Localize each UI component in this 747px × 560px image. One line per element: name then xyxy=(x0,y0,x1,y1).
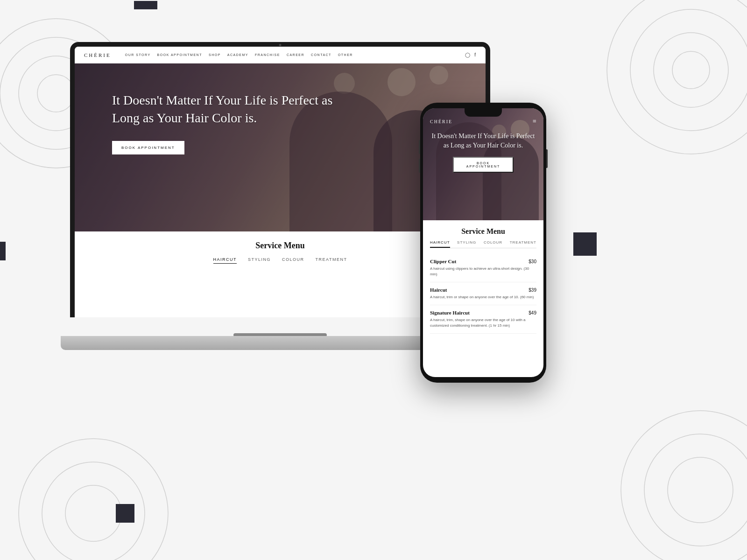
phone-screen: CHÉRIE ≡ It Doesn't Matter If Your Life … xyxy=(423,108,543,377)
phone-book-appointment-button[interactable]: BOOK APPOINTMENT xyxy=(453,157,514,173)
nav-book-appointment[interactable]: BOOK APPOINTMENT xyxy=(157,53,202,56)
service-item-desc: A haircut, trim or shape on anyone over … xyxy=(430,294,536,300)
nav-academy[interactable]: ACADEMY xyxy=(227,53,248,56)
laptop-tab-styling[interactable]: STYLING xyxy=(248,257,271,264)
service-item-name: Signature Haircut xyxy=(430,310,470,315)
service-item-header: Clipper Cut $30 xyxy=(430,259,536,264)
service-item-name: Haircut xyxy=(430,287,447,293)
laptop-nav-items: OUR STORY BOOK APPOINTMENT SHOP ACADEMY … xyxy=(125,53,465,56)
service-item-price: $39 xyxy=(529,287,536,293)
service-item-price: $30 xyxy=(529,259,536,264)
laptop-tab-colour[interactable]: COLOUR xyxy=(282,257,304,264)
nav-shop[interactable]: SHOP xyxy=(209,53,221,56)
nav-career[interactable]: CAREER xyxy=(287,53,304,56)
phone-power-button xyxy=(546,149,548,168)
phone-tab-styling[interactable]: STYLING xyxy=(457,240,476,248)
phone-menu-icon[interactable]: ≡ xyxy=(533,118,536,125)
service-item-signature-haircut: Signature Haircut $49 A haircut, trim, s… xyxy=(430,305,536,334)
service-item-name: Clipper Cut xyxy=(430,259,456,264)
laptop-tabs: HAIRCUT STYLING COLOUR TREATMENT xyxy=(84,257,476,264)
laptop-nav-icons: ◯ f xyxy=(465,52,476,57)
phone-tab-colour[interactable]: COLOUR xyxy=(484,240,502,248)
laptop-nav: CHÉRIE OUR STORY BOOK APPOINTMENT SHOP A… xyxy=(75,47,486,63)
service-item-desc: A haircut using clippers to achieve an u… xyxy=(430,266,536,277)
laptop-logo: CHÉRIE xyxy=(84,52,111,58)
instagram-icon[interactable]: ◯ xyxy=(465,52,471,57)
service-item-desc: A haircut, trim, shape on anyone over th… xyxy=(430,317,536,329)
service-item-haircut: Haircut $39 A haircut, trim or shape on … xyxy=(430,282,536,305)
phone-hero: CHÉRIE ≡ It Doesn't Matter If Your Life … xyxy=(423,108,543,220)
service-item-header: Haircut $39 xyxy=(430,287,536,293)
laptop-book-appointment-button[interactable]: BOOK APPOINTMENT xyxy=(112,141,184,154)
laptop-tab-haircut[interactable]: HAIRCUT xyxy=(213,257,237,264)
nav-other[interactable]: OTHER xyxy=(338,53,353,56)
phone-tab-haircut[interactable]: HAIRCUT xyxy=(430,240,450,248)
laptop-service-title: Service Menu xyxy=(84,241,476,251)
laptop-tab-treatment[interactable]: TREATMENT xyxy=(316,257,347,264)
laptop-camera xyxy=(279,44,282,46)
facebook-icon[interactable]: f xyxy=(474,52,476,57)
phone-notch xyxy=(465,108,502,117)
phone-hero-headline: It Doesn't Matter If Your Life is Perfec… xyxy=(430,132,536,150)
phone-tabs: HAIRCUT STYLING COLOUR TREATMENT xyxy=(430,240,536,248)
service-item-clipper-cut: Clipper Cut $30 A haircut using clippers… xyxy=(430,254,536,282)
nav-franchise[interactable]: FRANCHISE xyxy=(255,53,280,56)
phone-service-section: Service Menu HAIRCUT STYLING COLOUR TREA… xyxy=(423,220,543,338)
phone-service-title: Service Menu xyxy=(430,227,536,236)
service-item-header: Signature Haircut $49 xyxy=(430,310,536,315)
phone-device: CHÉRIE ≡ It Doesn't Matter If Your Life … xyxy=(420,103,546,383)
nav-contact[interactable]: CONTACT xyxy=(311,53,331,56)
laptop-hero-headline: It Doesn't Matter If Your Life is Perfec… xyxy=(112,91,345,127)
service-item-price: $49 xyxy=(529,310,536,315)
phone-nav: CHÉRIE ≡ xyxy=(423,118,543,125)
phone-logo: CHÉRIE xyxy=(430,119,452,124)
phone-tab-treatment[interactable]: TREATMENT xyxy=(510,240,536,248)
nav-our-story[interactable]: OUR STORY xyxy=(125,53,151,56)
